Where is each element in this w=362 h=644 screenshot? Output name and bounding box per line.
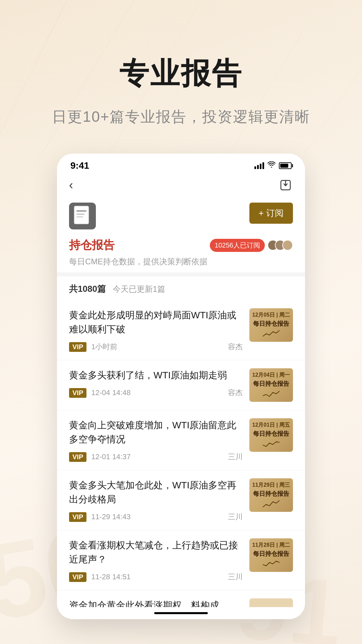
article-content: 黄金多头获利了结，WTI原油如期走弱 VIP 12-04 14:48 容杰 <box>69 368 243 398</box>
article-meta: VIP 12-04 14:48 容杰 <box>69 388 243 398</box>
article-thumbnail: 12月05日 | 周二 每日持仓报告 <box>249 308 293 342</box>
article-author: 三川 <box>228 512 243 522</box>
article-author: 容杰 <box>228 342 243 352</box>
thumb-date: 12月05日 | 周二 <box>252 312 290 319</box>
article-author: 三川 <box>228 452 243 462</box>
article-item[interactable]: 黄金此处形成明显的对峙局面WTI原油或难以顺利下破 VIP 1小时前 容杰 12… <box>57 300 305 360</box>
report-header: + 订阅 <box>57 196 305 236</box>
article-time: 11-28 14:51 <box>91 573 130 581</box>
status-time: 9:41 <box>70 160 89 171</box>
avatar-stack <box>267 240 293 251</box>
meta-left: VIP 11-28 14:51 <box>69 572 131 582</box>
back-button[interactable]: ‹ <box>69 178 73 192</box>
article-author: 三川 <box>228 572 243 582</box>
article-meta: VIP 12-01 14:37 三川 <box>69 452 243 462</box>
svg-rect-10 <box>76 210 86 212</box>
thumb-date: 12月01日 | 周五 <box>252 422 290 429</box>
vip-badge: VIP <box>69 512 86 522</box>
article-title: 黄金此处形成明显的对峙局面WTI原油或难以顺利下破 <box>69 308 243 336</box>
article-time: 1小时前 <box>91 342 117 352</box>
thumb-date: 12月04日 | 周一 <box>252 372 290 379</box>
article-thumbnail-partial <box>249 598 293 607</box>
thumb-date: 11月29日 | 周三 <box>252 482 290 489</box>
article-content: 黄金多头大笔加仓此处，WTI原油多空再出分歧格局 VIP 11-29 14:43… <box>69 478 243 522</box>
article-item[interactable]: 黄金看涨期权大笔减仓，上行趋势或已接近尾声？ VIP 11-28 14:51 三… <box>57 530 305 590</box>
thumb-date: 11月28日 | 周二 <box>252 542 290 549</box>
article-content: 资金加仓黄金此外看涨期权，料构成... <box>69 598 243 607</box>
article-content: 黄金向上突破难度增加，WTI原油留意此多空争夺情况 VIP 12-01 14:3… <box>69 418 243 462</box>
page-title: 专业报告 <box>119 54 243 94</box>
page-content: 专业报告 日更10+篇专业报告，投资逻辑更清晰 9:41 <box>0 0 362 619</box>
article-item[interactable]: 黄金多头大笔加仓此处，WTI原油多空再出分歧格局 VIP 11-29 14:43… <box>57 470 305 530</box>
thumb-title: 每日持仓报告 <box>253 490 289 498</box>
report-name-row: 持仓报告 10256人已订阅 <box>69 237 293 253</box>
article-title: 资金加仓黄金此外看涨期权，料构成... <box>69 598 243 607</box>
subscriber-count: 10256人已订阅 <box>210 239 265 252</box>
svg-rect-12 <box>76 216 83 217</box>
nav-bar: ‹ <box>57 174 305 196</box>
status-bar: 9:41 <box>57 154 305 174</box>
article-time: 12-01 14:37 <box>91 452 130 461</box>
article-count-bar: 共1080篇 今天已更新1篇 <box>57 276 305 300</box>
report-name: 持仓报告 <box>69 237 115 253</box>
thumb-title: 每日持仓报告 <box>253 550 289 558</box>
thumb-title: 每日持仓报告 <box>253 380 289 388</box>
svg-rect-8 <box>74 206 89 224</box>
page-subtitle: 日更10+篇专业报告，投资逻辑更清晰 <box>52 107 310 127</box>
vip-badge: VIP <box>69 572 86 582</box>
article-author: 容杰 <box>228 388 243 398</box>
article-title: 黄金看涨期权大笔减仓，上行趋势或已接近尾声？ <box>69 538 243 567</box>
subscribe-button[interactable]: + 订阅 <box>249 203 293 224</box>
share-button[interactable] <box>278 178 293 193</box>
avatar-3 <box>282 240 293 251</box>
article-thumbnail: 12月01日 | 周五 每日持仓报告 <box>249 418 293 452</box>
report-title-section: 持仓报告 10256人已订阅 每日CME持仓数据，提供决策判断依据 <box>57 236 305 272</box>
article-time: 11-29 14:43 <box>91 513 130 521</box>
vip-badge: VIP <box>69 342 86 352</box>
article-content: 黄金此处形成明显的对峙局面WTI原油或难以顺利下破 VIP 1小时前 容杰 <box>69 308 243 352</box>
article-thumbnail: 11月28日 | 周二 每日持仓报告 <box>249 538 293 572</box>
meta-left: VIP 12-01 14:37 <box>69 452 131 462</box>
report-icon <box>69 203 96 229</box>
home-indicator <box>57 607 305 619</box>
article-thumbnail: 11月29日 | 周三 每日持仓报告 <box>249 478 293 512</box>
article-title: 黄金多头大笔加仓此处，WTI原油多空再出分歧格局 <box>69 478 243 506</box>
article-list: 黄金此处形成明显的对峙局面WTI原油或难以顺利下破 VIP 1小时前 容杰 12… <box>57 300 305 607</box>
thumb-title: 每日持仓报告 <box>253 430 289 438</box>
wifi-icon <box>267 161 276 170</box>
article-meta: VIP 11-28 14:51 三川 <box>69 572 243 582</box>
article-item[interactable]: 黄金向上突破难度增加，WTI原油留意此多空争夺情况 VIP 12-01 14:3… <box>57 410 305 470</box>
meta-left: VIP 12-04 14:48 <box>69 388 131 398</box>
article-item-partial[interactable]: 资金加仓黄金此外看涨期权，料构成... <box>57 590 305 607</box>
article-title: 黄金多头获利了结，WTI原油如期走弱 <box>69 368 243 382</box>
svg-rect-11 <box>76 214 84 215</box>
article-total-count: 共1080篇 <box>69 283 106 295</box>
article-content: 黄金看涨期权大笔减仓，上行趋势或已接近尾声？ VIP 11-28 14:51 三… <box>69 538 243 582</box>
article-meta: VIP 11-29 14:43 三川 <box>69 512 243 522</box>
meta-left: VIP 1小时前 <box>69 342 118 352</box>
article-meta: VIP 1小时前 容杰 <box>69 342 243 352</box>
article-time: 12-04 14:48 <box>91 388 130 397</box>
vip-badge: VIP <box>69 452 86 462</box>
article-thumbnail: 12月04日 | 周一 每日持仓报告 <box>249 368 293 402</box>
signal-icon <box>254 162 264 169</box>
article-item[interactable]: 黄金多头获利了结，WTI原油如期走弱 VIP 12-04 14:48 容杰 12… <box>57 360 305 410</box>
meta-left: VIP 11-29 14:43 <box>69 512 131 522</box>
updated-today: 今天已更新1篇 <box>113 284 165 294</box>
report-description: 每日CME持仓数据，提供决策判断依据 <box>69 256 293 267</box>
share-icon <box>280 179 292 191</box>
home-bar <box>154 612 208 614</box>
subscriber-badge: 10256人已订阅 <box>210 239 293 252</box>
article-title: 黄金向上突破难度增加，WTI原油留意此多空争夺情况 <box>69 418 243 446</box>
phone-mockup: 9:41 <box>57 154 305 619</box>
section-divider <box>57 272 305 276</box>
status-icons <box>254 161 292 170</box>
battery-icon <box>279 162 292 169</box>
thumb-title: 每日持仓报告 <box>253 320 289 328</box>
vip-badge: VIP <box>69 388 86 398</box>
